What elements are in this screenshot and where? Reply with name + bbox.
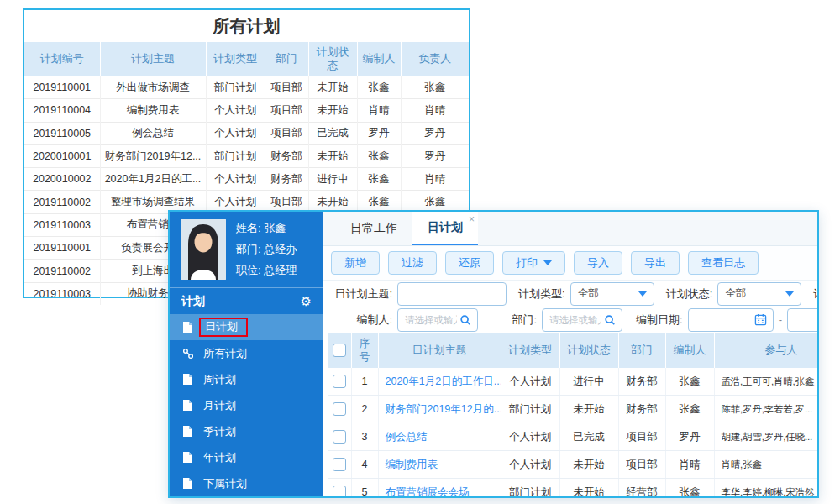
cell: 未开始: [308, 144, 357, 167]
dept-filter-input[interactable]: [549, 315, 601, 325]
row-checkbox[interactable]: [333, 458, 346, 471]
plan-subject-link[interactable]: 例会总结: [386, 431, 428, 443]
cell: 未开始: [308, 76, 357, 99]
search-icon[interactable]: [604, 314, 616, 326]
table-row: 3例会总结个人计划已完成项目部罗丹胡建,胡雪,罗丹,任晓...: [328, 423, 817, 451]
tab-daily-work[interactable]: 日常工作: [335, 212, 412, 245]
row-select-cell: [328, 396, 351, 423]
plan-subject-cell: 布置营销展会会场: [378, 479, 501, 497]
toolbar: 新增过滤还原打印导入导出查看日志: [323, 246, 817, 281]
sidebar-item-week-plan[interactable]: 周计划: [170, 366, 323, 392]
add-button[interactable]: 新增: [331, 251, 380, 275]
profile-card: 姓名: 张鑫 部门: 总经办 职位: 总经理: [170, 212, 323, 287]
row-checkbox[interactable]: [333, 375, 346, 388]
plan-participants: 孟浩,王可可,肖晴,张鑫: [714, 368, 817, 396]
column-header: 计划状态: [308, 42, 357, 76]
file-icon: [182, 399, 195, 412]
cell: 肖晴: [401, 168, 469, 191]
file-icon: [182, 477, 195, 490]
sidebar-item-day-plan[interactable]: 日计划: [170, 314, 323, 340]
button-label: 打印: [516, 255, 538, 270]
view-log-button[interactable]: 查看日志: [688, 251, 759, 275]
sidebar-section-title: 计划: [181, 294, 205, 309]
plan-status: 未开始: [559, 451, 618, 479]
file-icon: [182, 425, 195, 438]
cell: 2019110005: [24, 122, 100, 144]
row-index: 5: [351, 479, 378, 497]
row-index: 3: [351, 423, 378, 451]
tab-day-plan[interactable]: 日计划×: [412, 212, 478, 245]
cell: 项目部: [265, 122, 308, 144]
plan-dept: 项目部: [618, 423, 665, 451]
date-range-separator: -: [779, 313, 782, 326]
row-select-cell: [328, 423, 351, 451]
creator-filter-label: 编制人:: [332, 312, 392, 328]
search-icon[interactable]: [459, 314, 471, 326]
plan-subject-cell: 2020年1月2日的工作日...: [378, 368, 501, 396]
button-label: 还原: [459, 255, 480, 270]
sidebar-item-month-plan[interactable]: 月计划: [170, 392, 323, 418]
print-button[interactable]: 打印: [502, 251, 565, 275]
day-plan-tbody: 12020年1月2日的工作日...个人计划进行中财务部张鑫孟浩,王可可,肖晴,张…: [328, 368, 817, 496]
column-header: 序号: [351, 333, 378, 368]
tab-label: 日常工作: [350, 221, 397, 236]
creator-filter-input[interactable]: [405, 315, 457, 325]
date-to-input[interactable]: [787, 308, 817, 332]
day-plan-header-row: 序号日计划主题计划类型计划状态部门编制人参与人: [328, 333, 817, 368]
plan-subject-link[interactable]: 财务部门2019年12月的...: [386, 403, 501, 415]
plan-dept: 财务部: [618, 396, 665, 423]
row-index: 2: [351, 396, 378, 423]
plan-creator: 张鑫: [665, 396, 714, 423]
plan-subject-cell: 编制费用表: [378, 451, 501, 479]
subject-filter-input[interactable]: [397, 282, 507, 306]
row-checkbox[interactable]: [333, 402, 346, 416]
cell: 肖晴: [401, 99, 469, 122]
status-filter-label: 计划状态:: [666, 286, 713, 302]
calendar-icon[interactable]: [754, 313, 767, 326]
plan-subject-link[interactable]: 2020年1月2日的工作日...: [386, 375, 501, 387]
plan-status: 已完成: [559, 423, 618, 451]
close-icon[interactable]: ×: [469, 213, 475, 225]
button-label: 导入: [587, 255, 609, 270]
date-from-input[interactable]: [688, 308, 774, 332]
type-filter-select[interactable]: 全部: [570, 282, 654, 306]
cell: 项目部: [265, 76, 308, 99]
dept-filter-search[interactable]: [542, 308, 622, 332]
plan-subject-link[interactable]: 布置营销展会会场: [386, 486, 470, 497]
sidebar-item-label: 所有计划: [203, 346, 247, 361]
button-label: 导出: [644, 255, 666, 270]
table-row: 2财务部门2019年12月的...部门计划未开始财务部张鑫陈菲,罗丹,李若若,罗…: [328, 396, 817, 423]
button-label: 新增: [344, 255, 366, 270]
export-button[interactable]: 导出: [631, 251, 680, 275]
select-all-checkbox[interactable]: [333, 344, 346, 357]
table-row: 2019110001外出做市场调查部门计划项目部未开始张鑫张鑫: [24, 76, 469, 99]
row-checkbox[interactable]: [333, 486, 346, 496]
gear-icon[interactable]: ⚙: [301, 295, 312, 307]
filter-button[interactable]: 过滤: [388, 251, 437, 275]
table-row: 5布置营销展会会场部门计划未开始经营部张鑫李华,李婷,柳琳,宋浩然: [328, 479, 817, 497]
sidebar-item-label: 周计划: [203, 372, 236, 387]
avatar: [181, 219, 226, 280]
plan-status: 未开始: [559, 396, 618, 423]
status-filter-select[interactable]: 全部: [717, 282, 801, 306]
plan-subject-link[interactable]: 编制费用表: [386, 459, 438, 470]
creator-filter-search[interactable]: [397, 308, 478, 332]
sidebar-item-all-plans[interactable]: 所有计划: [170, 340, 323, 366]
profile-department: 部门: 总经办: [236, 242, 297, 257]
import-button[interactable]: 导入: [574, 251, 622, 275]
sidebar-item-quarter-plan[interactable]: 季计划: [170, 418, 323, 444]
main-panel: 日常工作日计划× 新增过滤还原打印导入导出查看日志 日计划主题: 计划类型: 全…: [323, 212, 817, 496]
sidebar-item-year-plan[interactable]: 年计划: [170, 444, 323, 470]
cell: 财务部: [265, 144, 308, 167]
plan-subject-cell: 例会总结: [378, 423, 501, 451]
restore-button[interactable]: 还原: [445, 251, 494, 275]
sidebar-item-label: 季计划: [203, 424, 236, 439]
all-plans-header-row: 计划编号计划主题计划类型部门计划状态编制人负责人: [24, 42, 469, 76]
row-select-cell: [328, 479, 351, 497]
tab-label: 日计划: [428, 220, 463, 235]
sidebar-item-subordinate-plan[interactable]: 下属计划: [170, 470, 323, 496]
plan-status: 进行中: [559, 368, 618, 396]
plan-type: 部门计划: [501, 396, 559, 423]
row-checkbox[interactable]: [333, 430, 346, 444]
table-row: 20200100022020年1月2日的工...个人计划财务部进行中张鑫肖晴: [24, 168, 469, 191]
